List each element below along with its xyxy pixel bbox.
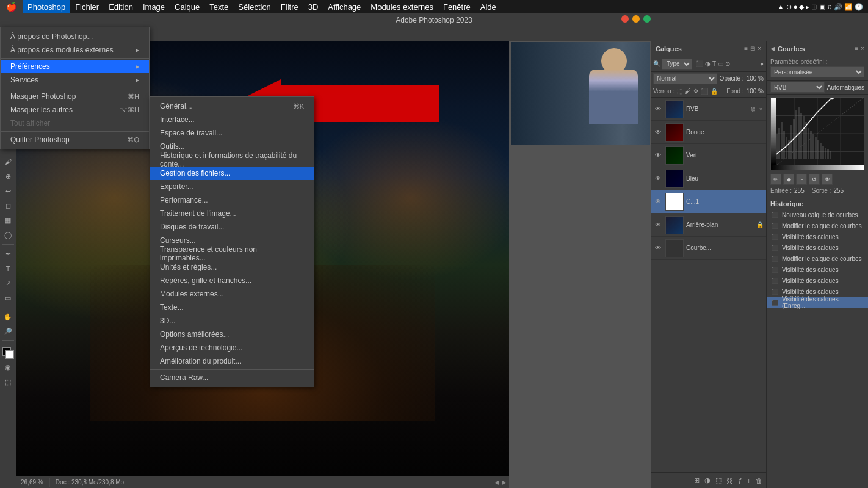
curves-graph[interactable]: [770, 97, 864, 170]
menu-item-quit[interactable]: Quitter Photoshop ⌘Q: [1, 133, 149, 146]
lock-transparent-btn[interactable]: ⬚: [677, 88, 682, 95]
zoom-tool[interactable]: 🔎: [1, 325, 15, 338]
menubar-image[interactable]: Image: [138, 0, 170, 13]
history-item-1[interactable]: ⬛ Nouveau calque de courbes: [767, 209, 868, 220]
text-tool[interactable]: T: [1, 262, 15, 275]
history-item-5[interactable]: ⬛ Modifier le calque de courbes: [767, 253, 868, 264]
lock-artboard-btn[interactable]: ⬛: [701, 88, 708, 95]
pref-item-performance[interactable]: Performance...: [150, 193, 314, 207]
menubar-fenetre[interactable]: Fenêtre: [438, 0, 476, 13]
pref-item-tech-preview[interactable]: Aperçus de technologie...: [150, 341, 314, 354]
fill-value[interactable]: 100 %: [747, 88, 764, 95]
input-value[interactable]: 255: [794, 187, 805, 194]
pen-tool[interactable]: ✒: [1, 247, 15, 260]
filter-text-btn[interactable]: T: [712, 60, 716, 67]
curves-close-icon[interactable]: ×: [861, 45, 864, 52]
curves-back-icon[interactable]: ◀: [770, 45, 775, 52]
photoshop-dropdown-menu[interactable]: À propos de Photoshop... À propos des mo…: [0, 27, 150, 149]
layers-collapse-icon[interactable]: ⊟: [750, 45, 755, 52]
pref-item-workspace[interactable]: Espace de travail...: [150, 126, 314, 140]
layer-item-rvb[interactable]: 👁 RVB ⛓ ×: [651, 98, 766, 121]
menu-item-preferences[interactable]: Préférences: [1, 60, 149, 73]
history-item-4[interactable]: ⬛ Visibilité des calques: [767, 242, 868, 253]
layer-mask-icon[interactable]: ⬚: [714, 475, 723, 486]
preset-select[interactable]: Personnalisée: [770, 66, 864, 77]
menu-item-hide-others[interactable]: Masquer les autres ⌥⌘H: [1, 103, 149, 117]
curves-visible-tool[interactable]: 👁: [822, 174, 833, 185]
layer-vis-vert[interactable]: 👁: [653, 151, 663, 160]
menubar-aide[interactable]: Aide: [476, 0, 501, 13]
layer-expand-icon[interactable]: ×: [758, 106, 764, 112]
quick-mask-tool[interactable]: ◉: [1, 361, 15, 374]
menubar-edition[interactable]: Edition: [104, 0, 138, 13]
menubar-modules[interactable]: Modules externes: [366, 0, 438, 13]
apple-menu[interactable]: 🍎: [0, 0, 23, 13]
layers-close-icon[interactable]: ×: [758, 45, 761, 52]
pref-item-text[interactable]: Texte...: [150, 301, 314, 314]
pref-item-enhanced[interactable]: Options améliorées...: [150, 328, 314, 341]
menubar-selection[interactable]: Sélection: [233, 0, 275, 13]
layer-item-rouge[interactable]: 👁 Rouge: [651, 121, 766, 144]
pref-item-image-processing[interactable]: Traitement de l'image...: [150, 207, 314, 220]
blend-mode-select[interactable]: Normal: [653, 73, 717, 84]
menubar-fichier[interactable]: Fichier: [70, 0, 104, 13]
history-item-7[interactable]: ⬛ Visibilité des calques: [767, 275, 868, 286]
pref-item-scratch-disks[interactable]: Disques de travail...: [150, 220, 314, 234]
menu-item-about-ps[interactable]: À propos de Photoshop...: [1, 30, 149, 43]
brush-tool[interactable]: 🖌: [1, 155, 15, 168]
pref-item-interface[interactable]: Interface...: [150, 113, 314, 126]
curves-reset-tool[interactable]: ↺: [809, 174, 820, 185]
layer-vis-rouge[interactable]: 👁: [653, 127, 663, 137]
menu-item-hide-ps[interactable]: Masquer Photoshop ⌘H: [1, 90, 149, 103]
curves-options-icon[interactable]: ≡: [855, 45, 858, 52]
adjustment-layer-icon[interactable]: ◑: [703, 475, 712, 486]
menubar-affichage[interactable]: Affichage: [323, 0, 366, 13]
pref-item-transparency[interactable]: Transparence et couleurs non imprimables…: [150, 247, 314, 260]
menu-item-about-plugins[interactable]: À propos des modules externes: [1, 43, 149, 57]
pref-item-3d[interactable]: 3D...: [150, 314, 314, 328]
curves-smooth-tool[interactable]: ~: [796, 174, 807, 185]
bg-color[interactable]: [5, 350, 14, 359]
filter-adj-btn[interactable]: ◑: [705, 60, 711, 67]
frame-tool[interactable]: ⬚: [1, 375, 15, 389]
auto-button[interactable]: Automatiques: [827, 84, 864, 91]
pref-item-units[interactable]: Unités et règles...: [150, 260, 314, 274]
pref-item-camera-raw[interactable]: Camera Raw...: [150, 371, 314, 384]
layer-item-courbe[interactable]: 👁 Courbe...: [651, 237, 766, 260]
opacity-value[interactable]: 100 %: [747, 75, 764, 82]
output-value[interactable]: 255: [833, 187, 844, 194]
pref-item-plugins[interactable]: Modules externes...: [150, 287, 314, 301]
pref-item-history[interactable]: Historique et informations de traçabilit…: [150, 153, 314, 167]
layer-vis-c1[interactable]: 👁: [653, 197, 663, 207]
nav-right-icon[interactable]: ▶: [502, 479, 507, 486]
shape-tool[interactable]: ▭: [1, 291, 15, 304]
hand-tool[interactable]: ✋: [1, 310, 15, 323]
minimize-button[interactable]: [632, 15, 640, 23]
eraser-tool[interactable]: ◻: [1, 199, 15, 212]
filter-smart-btn[interactable]: ⊙: [725, 60, 730, 67]
color-swatches[interactable]: [1, 346, 15, 359]
lock-image-btn[interactable]: 🖌: [685, 88, 691, 95]
menubar-filtre[interactable]: Filtre: [276, 0, 303, 13]
close-button[interactable]: [621, 15, 629, 23]
lock-all-btn[interactable]: 🔒: [711, 88, 718, 95]
pref-item-product-improvement[interactable]: Amélioration du produit...: [150, 354, 314, 368]
layer-style-icon[interactable]: ƒ: [737, 476, 743, 486]
pref-item-file-handling[interactable]: Gestion des fichiers...: [150, 167, 314, 180]
layer-vis-rvb[interactable]: 👁: [653, 104, 663, 114]
delete-layer-icon[interactable]: 🗑: [754, 476, 764, 486]
menubar-texte[interactable]: Texte: [204, 0, 233, 13]
menubar-calque[interactable]: Calque: [170, 0, 204, 13]
layer-vis-bleu[interactable]: 👁: [653, 174, 663, 184]
menubar-3d[interactable]: 3D: [303, 0, 324, 13]
layer-item-c1[interactable]: 👁 C...1: [651, 190, 766, 214]
new-layer-icon[interactable]: +: [746, 476, 752, 486]
curves-point-tool[interactable]: ◆: [783, 174, 794, 185]
menu-item-services[interactable]: Services: [1, 73, 149, 87]
pref-item-general[interactable]: Général... ⌘K: [150, 99, 314, 113]
filter-pixel-btn[interactable]: ⬛: [696, 60, 703, 67]
layer-vis-bg[interactable]: 👁: [653, 220, 663, 230]
layers-expand-icon[interactable]: ≡: [744, 45, 748, 52]
history-item-3[interactable]: ⬛ Visibilité des calques: [767, 231, 868, 242]
filter-shape-btn[interactable]: ▭: [718, 60, 723, 67]
